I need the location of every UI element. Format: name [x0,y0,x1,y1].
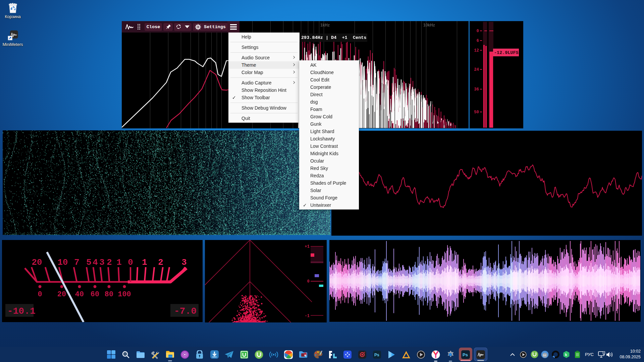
svg-text:Ps: Ps [374,353,379,357]
svg-text:k: k [565,353,567,357]
svg-text:84: 84 [543,354,546,357]
svg-text:Ps: Ps [463,352,468,357]
